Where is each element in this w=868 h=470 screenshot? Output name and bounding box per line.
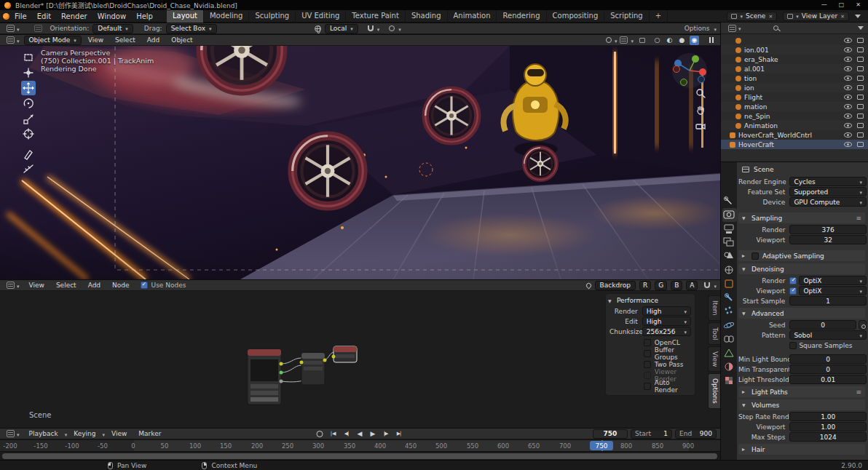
auto-keying-button[interactable] xyxy=(316,431,323,437)
sampling-section-header[interactable]: Sampling xyxy=(738,212,865,223)
sidebar-tab-view[interactable]: View xyxy=(708,346,720,372)
proportional-editing-icon[interactable] xyxy=(389,25,395,31)
timeline-ruler[interactable]: -200 -150 -100 -50 0 50 100 150 200 250 … xyxy=(0,439,720,451)
disable-in-renders-icon[interactable] xyxy=(857,47,864,52)
disable-in-renders-icon[interactable] xyxy=(857,142,864,147)
workspace-tab-scripting[interactable]: Scripting xyxy=(604,10,649,23)
hide-icon[interactable] xyxy=(844,123,852,128)
node-editor[interactable]: Scene Performance RenderHigh EditHigh Ch… xyxy=(0,291,720,428)
menu-edit[interactable]: Edit xyxy=(32,10,56,23)
menu-help[interactable]: Help xyxy=(131,10,158,23)
render-quality-dropdown[interactable]: High xyxy=(642,306,691,316)
hide-icon[interactable] xyxy=(844,47,852,52)
tab-tool-icon[interactable] xyxy=(725,197,732,204)
outliner-row[interactable]: ion.001 xyxy=(721,45,868,55)
volumes-section-header[interactable]: Volumes xyxy=(738,399,865,410)
timeline-menu-playback[interactable]: Playback xyxy=(24,428,63,440)
disable-in-renders-icon[interactable] xyxy=(857,123,864,128)
buffer-groups-checkbox[interactable] xyxy=(644,350,651,357)
jump-to-end-button[interactable]: ▶| xyxy=(393,429,404,439)
proportional-options-chevron-icon[interactable] xyxy=(398,25,401,33)
mode-dropdown[interactable]: Object Mode xyxy=(24,36,82,45)
overlays-toggle-icon[interactable] xyxy=(620,36,628,44)
channel-a-button[interactable]: A xyxy=(686,281,698,290)
outliner-row[interactable]: mation xyxy=(721,102,868,111)
viewport-menu-view[interactable]: View xyxy=(83,34,108,47)
sampling-viewport-field[interactable]: 32 xyxy=(789,235,867,244)
performance-panel-header[interactable]: Performance xyxy=(608,295,693,306)
backdrop-toggle[interactable]: Backdrop xyxy=(595,281,636,290)
timeline-menu-marker[interactable]: Marker xyxy=(133,428,166,440)
unlink-scene-icon[interactable] xyxy=(768,12,773,20)
start-sample-field[interactable]: 1 xyxy=(789,296,867,306)
filter-icon[interactable] xyxy=(858,26,864,30)
animate-seed-button[interactable] xyxy=(859,320,867,330)
remove-view-layer-icon[interactable] xyxy=(840,12,845,20)
timeline-menu-view[interactable]: View xyxy=(106,428,132,440)
hide-icon[interactable] xyxy=(844,132,852,138)
workspace-tab-texture-paint[interactable]: Texture Paint xyxy=(346,10,406,23)
outliner-row[interactable]: HoverCraft_WorldCntrl xyxy=(721,130,868,140)
viewer-border-checkbox[interactable] xyxy=(644,372,651,379)
denoising-viewport-dropdown[interactable]: OptiX xyxy=(799,286,867,295)
tab-material-icon[interactable] xyxy=(725,363,733,370)
play-button[interactable]: ▶ xyxy=(367,429,378,439)
timeline-menu-keying[interactable]: Keying xyxy=(68,428,100,440)
feature-set-dropdown[interactable]: Supported xyxy=(789,187,867,196)
search-icon[interactable] xyxy=(773,25,778,31)
drag-dropdown[interactable]: Select Box xyxy=(166,24,217,33)
workspace-tab-shading[interactable]: Shading xyxy=(406,10,448,23)
zoom-icon[interactable] xyxy=(695,88,706,98)
outliner-row[interactable]: al.001 xyxy=(721,64,868,73)
workspace-tab-layout[interactable]: Layout xyxy=(167,10,204,23)
snap-magnet-icon[interactable] xyxy=(368,25,374,31)
disable-in-renders-icon[interactable] xyxy=(857,113,864,119)
advanced-section-header[interactable]: Advanced xyxy=(738,308,865,319)
shading-wireframe-icon[interactable] xyxy=(652,36,662,45)
workspace-tab-rendering[interactable]: Rendering xyxy=(497,10,546,23)
filter-icon[interactable] xyxy=(855,15,861,18)
pause-render-button[interactable] xyxy=(706,37,717,43)
node-menu-view[interactable]: View xyxy=(24,279,50,292)
tab-modifiers-icon[interactable] xyxy=(725,294,733,301)
viewport-editor-type-button[interactable] xyxy=(4,36,23,44)
play-reverse-button[interactable]: ◀ xyxy=(354,429,365,439)
tab-output-icon[interactable] xyxy=(725,225,733,234)
outliner-row[interactable]: ne_Spin xyxy=(721,111,868,121)
channel-b-button[interactable]: B xyxy=(671,281,682,290)
denoising-viewport-checkbox[interactable] xyxy=(789,287,797,295)
options-button[interactable]: Options xyxy=(682,25,712,32)
outliner-editor-type-button[interactable] xyxy=(725,24,744,32)
render-engine-dropdown[interactable]: Cycles xyxy=(789,177,867,186)
playhead-frame-chip[interactable]: 750 xyxy=(590,441,613,450)
sidebar-tab-item[interactable]: Item xyxy=(708,295,720,321)
min-transparent-bounces-field[interactable]: 0 xyxy=(789,365,867,374)
editor-type-button[interactable] xyxy=(4,25,23,33)
disable-in-renders-icon[interactable] xyxy=(857,57,864,62)
two-pass-checkbox[interactable] xyxy=(644,361,651,368)
disable-in-renders-icon[interactable] xyxy=(857,85,864,90)
snap-magnet-icon[interactable] xyxy=(704,282,710,288)
pattern-dropdown[interactable]: Sobol xyxy=(789,330,867,340)
min-light-bounces-field[interactable]: 0 xyxy=(789,354,867,364)
step-rate-render-field[interactable]: 1.00 xyxy=(789,412,867,421)
viewport-menu-add[interactable]: Add xyxy=(142,34,165,47)
tab-world-icon[interactable] xyxy=(725,266,733,274)
outliner-row[interactable]: tion xyxy=(721,73,868,83)
node-menu-node[interactable]: Node xyxy=(107,279,135,292)
workspace-tab-modeling[interactable]: Modeling xyxy=(204,10,250,23)
3d-viewport[interactable]: Camera Perspective (750) Collection.001 … xyxy=(0,46,720,279)
node-editor-type-button[interactable] xyxy=(4,282,23,290)
scrollbar-handle[interactable] xyxy=(2,453,717,459)
disable-in-renders-icon[interactable] xyxy=(857,95,864,100)
outliner-row[interactable] xyxy=(721,36,868,45)
close-button[interactable] xyxy=(856,0,861,10)
tab-object-data-icon[interactable] xyxy=(725,349,733,357)
light-threshold-field[interactable]: 0.01 xyxy=(789,375,867,384)
light-paths-section-header[interactable]: Light Paths xyxy=(738,386,865,397)
disable-in-renders-icon[interactable] xyxy=(857,66,864,71)
chunksize-dropdown[interactable]: 256x256 xyxy=(642,327,691,336)
denoising-section-header[interactable]: Denoising xyxy=(738,263,865,274)
viewport-toolbar[interactable] xyxy=(21,50,36,178)
shading-solid-icon[interactable] xyxy=(665,36,674,45)
